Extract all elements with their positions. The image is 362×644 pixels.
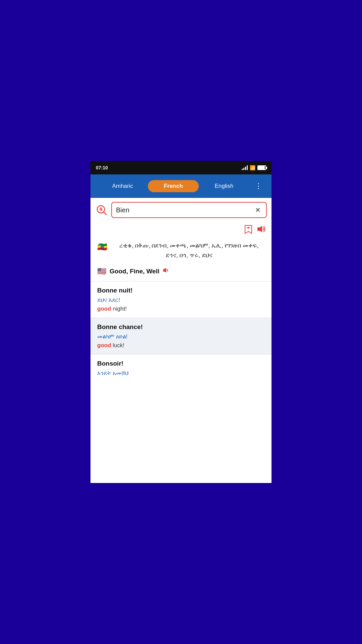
ethiopia-flag: 🇪🇹 [97,242,109,254]
english-phrase-2: good luck! [97,342,265,349]
phrase-item-bonsoir: Bonsoir! እንደት አመሸህ [90,355,272,384]
battery-icon [257,165,266,170]
more-menu-button[interactable]: ⋮ [252,180,265,192]
usa-flag: 🇺🇸 [97,267,106,276]
french-phrase-2: Bonne chance! [97,323,265,331]
app-content: ✕ [90,198,272,483]
english-speaker-button[interactable] [163,267,170,275]
amharic-translation: ረቂቁ, በቅጡ, በደንብ, መቀጫ, መልካም, ኤሊ, የገንዘብ መቀፍ… [113,241,265,260]
nav-lang-french[interactable]: French [148,180,198,192]
nav-lang-english[interactable]: English [199,180,249,192]
nav-bar: Amharic French English ⋮ [90,174,272,198]
french-phrase-1: Bonne nuit! [97,287,265,294]
status-bar: 07:10 📶 [90,161,272,174]
amharic-phrase-1: ደህና እደር! [97,297,265,304]
speaker-button[interactable] [257,225,266,236]
english-speaker-icon [163,267,170,274]
search-history-icon [96,204,107,216]
search-input-container: ✕ [111,202,267,218]
search-history-button[interactable] [95,204,108,216]
phrase-item-bonne-nuit: Bonne nuit! ደህና እደር! good night! [90,281,272,318]
speaker-icon [257,225,266,233]
amharic-phrase-2: መልካም ዕድል! [97,333,265,340]
status-icons: 📶 [242,165,266,170]
translation-header [90,222,272,237]
wifi-icon: 📶 [250,165,255,170]
main-translation: 🇪🇹 ረቂቁ, በቅጡ, በደንብ, መቀጫ, መልካም, ኤሊ, የገንዘብ … [90,237,272,266]
bookmark-button[interactable] [244,225,253,236]
english-translation-row: 🇺🇸 Good, Fine, Well [90,266,272,281]
search-input[interactable] [116,206,254,214]
english-translation: Good, Fine, Well [110,268,159,275]
translation-area: 🇪🇹 ረቂቁ, በቅጡ, በደንብ, መቀጫ, መልካም, ኤሊ, የገንዘብ … [90,222,272,483]
status-time: 07:10 [96,165,108,170]
clear-search-button[interactable]: ✕ [254,205,262,215]
phrase-item-bonne-chance: Bonne chance! መልካም ዕድል! good luck! [90,318,272,354]
svg-marker-3 [257,226,262,232]
search-bar: ✕ [90,198,272,222]
french-phrase-3: Bonsoir! [97,360,265,367]
signal-bars-icon [242,165,248,170]
amharic-phrase-3: እንደት አመሸህ [97,370,265,377]
english-phrase-1: good night! [97,306,265,312]
nav-lang-amharic[interactable]: Amharic [97,180,148,192]
bookmark-icon [244,225,253,234]
svg-line-1 [104,212,106,215]
